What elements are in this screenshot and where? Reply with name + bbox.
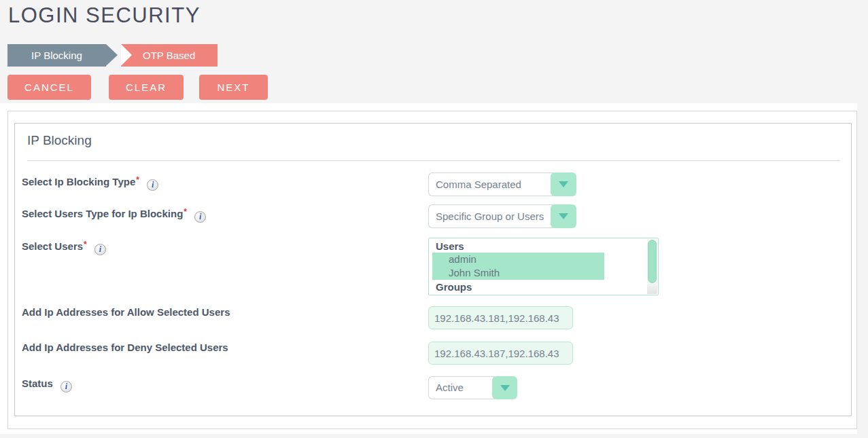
option-admin[interactable]: admin: [432, 253, 604, 266]
wizard-step-label: IP Blocking: [31, 50, 82, 61]
required-asterisk: *: [84, 240, 87, 249]
next-button[interactable]: NEXT: [199, 75, 268, 100]
deny-ips-label: Add Ip Addresses for Deny Selected Users: [22, 342, 228, 354]
optgroup-groups: Groups: [436, 280, 472, 293]
wizard-step-label: OTP Based: [143, 50, 195, 61]
blocking-type-value: Comma Separated: [428, 172, 553, 196]
label-text: Select Ip Blocking Type: [22, 176, 135, 187]
info-icon[interactable]: i: [147, 179, 158, 191]
status-value: Active: [428, 376, 495, 399]
label-text: Select Users: [22, 240, 83, 252]
blocking-type-dropdown[interactable]: Comma Separated: [428, 172, 576, 196]
blocking-type-dropdown-button[interactable]: [551, 172, 576, 196]
label-text: Select Users Type for Ip Blocking: [22, 208, 183, 219]
wizard-step-ip-blocking[interactable]: IP Blocking: [7, 44, 106, 67]
allow-ips-label: Add Ip Addresses for Allow Selected User…: [22, 306, 230, 318]
label-text: Add Ip Addresses for Allow Selected User…: [22, 306, 230, 318]
label-text: Status: [22, 378, 53, 389]
option-john-smith[interactable]: John Smith: [432, 266, 604, 280]
select-users-listbox[interactable]: Users admin John Smith Groups: [428, 238, 659, 295]
optgroup-users: Users: [436, 240, 464, 253]
required-asterisk: *: [184, 207, 187, 217]
users-type-dropdown-button[interactable]: [551, 204, 576, 228]
allow-ips-input[interactable]: [428, 306, 573, 329]
chevron-down-icon: [559, 181, 568, 187]
users-type-value: Specific Group or Users: [428, 204, 553, 228]
info-icon[interactable]: i: [194, 211, 206, 223]
chevron-down-icon: [559, 213, 568, 219]
status-label: Status i: [22, 378, 72, 393]
required-asterisk: *: [136, 175, 139, 185]
info-icon[interactable]: i: [94, 244, 106, 255]
wizard-step-otp-based[interactable]: OTP Based: [121, 44, 218, 67]
status-dropdown[interactable]: Active: [428, 376, 517, 399]
cancel-button[interactable]: CANCEL: [7, 75, 91, 100]
chevron-down-icon: [500, 385, 510, 391]
deny-ips-input[interactable]: [428, 342, 573, 365]
users-type-dropdown[interactable]: Specific Group or Users: [428, 204, 576, 228]
label-text: Add Ip Addresses for Deny Selected Users: [22, 342, 228, 353]
status-dropdown-button[interactable]: [492, 376, 517, 399]
panel-divider: [27, 160, 840, 161]
page-title: LOGIN SECURITY: [8, 3, 201, 28]
listbox-scrollbar[interactable]: [647, 239, 657, 294]
listbox-scrollbar-thumb[interactable]: [648, 240, 657, 283]
ip-blocking-panel: IP Blocking Select Ip Blocking Type* i C…: [14, 123, 852, 416]
select-users-label: Select Users* i: [22, 238, 106, 255]
users-type-label: Select Users Type for Ip Blocking* i: [22, 206, 206, 223]
info-icon[interactable]: i: [60, 381, 72, 393]
blocking-type-label: Select Ip Blocking Type* i: [22, 174, 158, 191]
panel-heading: IP Blocking: [27, 133, 92, 148]
clear-button[interactable]: CLEAR: [109, 75, 184, 100]
